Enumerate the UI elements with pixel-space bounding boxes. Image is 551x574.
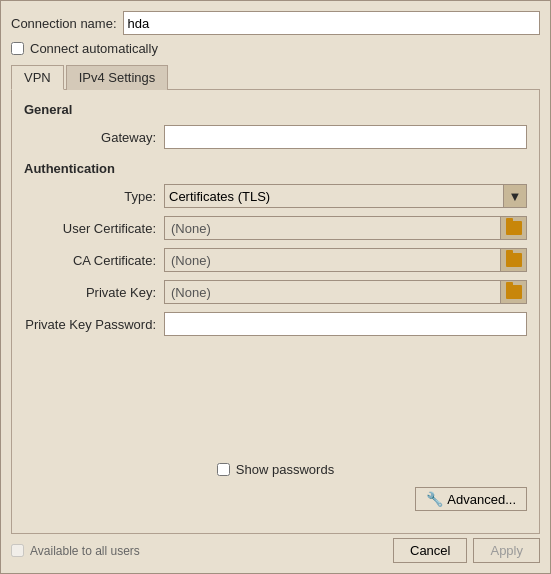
user-cert-browse-button[interactable]: [500, 217, 526, 239]
cancel-button[interactable]: Cancel: [393, 538, 467, 563]
private-key-row: Private Key: (None): [24, 280, 527, 304]
connection-name-label: Connection name:: [11, 16, 117, 31]
spacer: [24, 344, 527, 462]
type-select-wrapper: Certificates (TLS) ▼: [164, 184, 527, 208]
user-cert-value: (None): [165, 219, 500, 238]
ca-cert-field: (None): [164, 248, 527, 272]
private-key-pw-label: Private Key Password:: [24, 317, 164, 332]
user-cert-label: User Certificate:: [24, 221, 164, 236]
bottom-buttons: Cancel Apply: [393, 538, 540, 563]
ca-cert-browse-button[interactable]: [500, 249, 526, 271]
type-select[interactable]: Certificates (TLS): [164, 184, 527, 208]
file-icon: [506, 221, 522, 235]
private-key-field: (None): [164, 280, 527, 304]
show-passwords-row: Show passwords: [24, 462, 527, 477]
tab-vpn[interactable]: VPN: [11, 65, 64, 90]
tab-content: General Gateway: Authentication Type: Ce…: [11, 90, 540, 534]
apply-button[interactable]: Apply: [473, 538, 540, 563]
tab-ipv4[interactable]: IPv4 Settings: [66, 65, 169, 90]
advanced-row: 🔧 Advanced...: [24, 487, 527, 511]
wrench-icon: 🔧: [426, 491, 443, 507]
auto-connect-checkbox[interactable]: [11, 42, 24, 55]
private-key-pw-row: Private Key Password:: [24, 312, 527, 336]
connection-name-row: Connection name:: [11, 11, 540, 35]
gateway-label: Gateway:: [24, 130, 164, 145]
advanced-button-label: Advanced...: [447, 492, 516, 507]
show-passwords-label: Show passwords: [236, 462, 334, 477]
private-key-value: (None): [165, 283, 500, 302]
user-cert-field: (None): [164, 216, 527, 240]
private-key-label: Private Key:: [24, 285, 164, 300]
connection-name-input[interactable]: [123, 11, 540, 35]
tabs: VPN IPv4 Settings: [11, 64, 540, 90]
auth-section-title: Authentication: [24, 161, 527, 176]
user-cert-row: User Certificate: (None): [24, 216, 527, 240]
ca-cert-label: CA Certificate:: [24, 253, 164, 268]
available-label: Available to all users: [30, 544, 140, 558]
file-icon-3: [506, 285, 522, 299]
available-to-all-checkbox[interactable]: [11, 544, 24, 557]
dialog: Connection name: Connect automatically V…: [0, 0, 551, 574]
auto-connect-label: Connect automatically: [30, 41, 158, 56]
private-key-pw-input[interactable]: [164, 312, 527, 336]
available-label-row: Available to all users: [11, 544, 140, 558]
show-passwords-checkbox[interactable]: [217, 463, 230, 476]
bottom-row: Available to all users Cancel Apply: [11, 534, 540, 563]
authentication-section: Authentication Type: Certificates (TLS) …: [24, 161, 527, 344]
type-label: Type:: [24, 189, 164, 204]
type-row: Type: Certificates (TLS) ▼: [24, 184, 527, 208]
file-icon-2: [506, 253, 522, 267]
ca-cert-row: CA Certificate: (None): [24, 248, 527, 272]
auto-connect-row: Connect automatically: [11, 41, 540, 56]
private-key-browse-button[interactable]: [500, 281, 526, 303]
gateway-input[interactable]: [164, 125, 527, 149]
ca-cert-value: (None): [165, 251, 500, 270]
advanced-button[interactable]: 🔧 Advanced...: [415, 487, 527, 511]
gateway-row: Gateway:: [24, 125, 527, 149]
general-section-title: General: [24, 102, 527, 117]
